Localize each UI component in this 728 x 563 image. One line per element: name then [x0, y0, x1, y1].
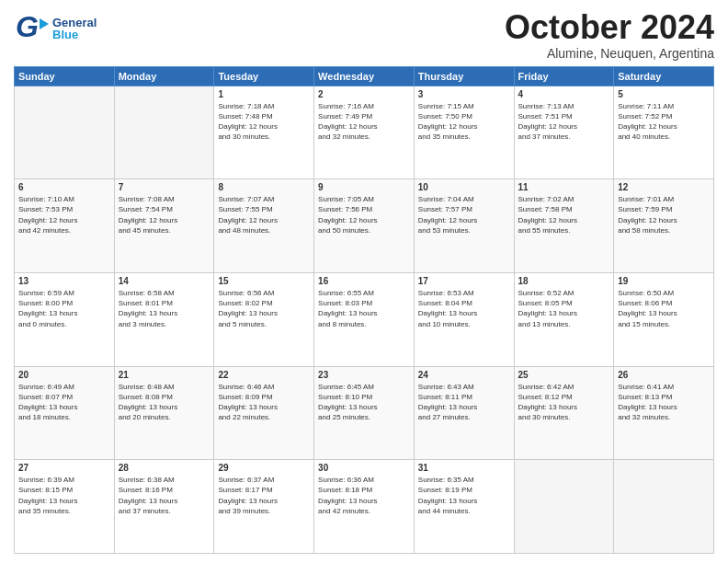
table-row: 30Sunrise: 6:36 AM Sunset: 8:18 PM Dayli… — [314, 460, 415, 554]
table-row: 23Sunrise: 6:45 AM Sunset: 8:10 PM Dayli… — [314, 366, 415, 460]
day-details: Sunrise: 7:18 AM Sunset: 7:48 PM Dayligh… — [218, 101, 310, 143]
table-row: 9Sunrise: 7:05 AM Sunset: 7:56 PM Daylig… — [314, 179, 415, 273]
day-number: 19 — [618, 276, 710, 286]
day-details: Sunrise: 7:16 AM Sunset: 7:49 PM Dayligh… — [318, 101, 410, 143]
day-details: Sunrise: 7:01 AM Sunset: 7:59 PM Dayligh… — [618, 194, 710, 236]
day-details: Sunrise: 6:50 AM Sunset: 8:06 PM Dayligh… — [618, 288, 710, 329]
day-number: 31 — [418, 463, 510, 473]
weekday-header-row: Sunday Monday Tuesday Wednesday Thursday… — [15, 66, 714, 86]
header-sunday: Sunday — [15, 66, 115, 86]
day-number: 16 — [318, 276, 410, 286]
day-details: Sunrise: 6:43 AM Sunset: 8:11 PM Dayligh… — [418, 382, 510, 423]
day-number: 28 — [119, 463, 210, 473]
table-row: 24Sunrise: 6:43 AM Sunset: 8:11 PM Dayli… — [414, 366, 514, 460]
table-row — [114, 86, 214, 179]
header-wednesday: Wednesday — [314, 66, 415, 86]
svg-text:G: G — [16, 10, 39, 43]
day-number: 8 — [218, 182, 310, 192]
table-row: 8Sunrise: 7:07 AM Sunset: 7:55 PM Daylig… — [214, 179, 314, 273]
month-title: October 2024 — [505, 9, 714, 46]
table-row: 20Sunrise: 6:49 AM Sunset: 8:07 PM Dayli… — [15, 366, 115, 460]
logo-blue: Blue — [52, 29, 97, 40]
day-number: 18 — [518, 276, 610, 286]
day-number: 13 — [18, 276, 110, 286]
day-number: 30 — [318, 463, 410, 473]
day-number: 29 — [218, 463, 310, 473]
day-details: Sunrise: 6:45 AM Sunset: 8:10 PM Dayligh… — [318, 382, 410, 423]
day-details: Sunrise: 7:13 AM Sunset: 7:51 PM Dayligh… — [518, 101, 610, 143]
table-row: 13Sunrise: 6:59 AM Sunset: 8:00 PM Dayli… — [15, 272, 115, 366]
logo-g-letter: G — [14, 9, 49, 48]
day-details: Sunrise: 6:52 AM Sunset: 8:05 PM Dayligh… — [518, 288, 610, 329]
day-number: 22 — [218, 370, 310, 380]
table-row: 28Sunrise: 6:38 AM Sunset: 8:16 PM Dayli… — [114, 460, 214, 554]
page: G General Blue October 2024 Alumine, Neu… — [0, 0, 728, 563]
day-number: 25 — [518, 370, 610, 380]
day-details: Sunrise: 7:10 AM Sunset: 7:53 PM Dayligh… — [18, 194, 110, 236]
table-row: 3Sunrise: 7:15 AM Sunset: 7:50 PM Daylig… — [414, 86, 514, 179]
day-details: Sunrise: 7:02 AM Sunset: 7:58 PM Dayligh… — [518, 194, 610, 236]
day-details: Sunrise: 6:38 AM Sunset: 8:16 PM Dayligh… — [119, 475, 210, 516]
day-details: Sunrise: 7:05 AM Sunset: 7:56 PM Dayligh… — [318, 194, 410, 236]
table-row — [514, 460, 614, 554]
day-details: Sunrise: 6:49 AM Sunset: 8:07 PM Dayligh… — [18, 382, 110, 423]
header-saturday: Saturday — [614, 66, 714, 86]
day-details: Sunrise: 6:53 AM Sunset: 8:04 PM Dayligh… — [418, 288, 510, 329]
calendar-table: Sunday Monday Tuesday Wednesday Thursday… — [14, 66, 714, 554]
day-details: Sunrise: 7:11 AM Sunset: 7:52 PM Dayligh… — [618, 101, 710, 143]
day-details: Sunrise: 6:59 AM Sunset: 8:00 PM Dayligh… — [18, 288, 110, 329]
day-number: 12 — [618, 182, 710, 192]
day-number: 17 — [418, 276, 510, 286]
logo: G General Blue — [14, 9, 97, 48]
table-row: 19Sunrise: 6:50 AM Sunset: 8:06 PM Dayli… — [614, 272, 714, 366]
svg-marker-1 — [40, 18, 49, 29]
day-details: Sunrise: 7:15 AM Sunset: 7:50 PM Dayligh… — [418, 101, 510, 143]
header-friday: Friday — [514, 66, 614, 86]
logo-text-group: General Blue — [52, 17, 97, 40]
table-row — [614, 460, 714, 554]
day-number: 7 — [119, 182, 210, 192]
header: G General Blue October 2024 Alumine, Neu… — [14, 9, 714, 61]
day-details: Sunrise: 7:08 AM Sunset: 7:54 PM Dayligh… — [119, 194, 210, 236]
day-details: Sunrise: 6:37 AM Sunset: 8:17 PM Dayligh… — [218, 475, 310, 516]
day-details: Sunrise: 6:48 AM Sunset: 8:08 PM Dayligh… — [119, 382, 210, 423]
day-details: Sunrise: 6:35 AM Sunset: 8:19 PM Dayligh… — [418, 475, 510, 516]
day-number: 6 — [18, 182, 110, 192]
table-row — [15, 86, 115, 179]
header-tuesday: Tuesday — [214, 66, 314, 86]
day-details: Sunrise: 6:55 AM Sunset: 8:03 PM Dayligh… — [318, 288, 410, 329]
day-number: 10 — [418, 182, 510, 192]
day-details: Sunrise: 7:07 AM Sunset: 7:55 PM Dayligh… — [218, 194, 310, 236]
day-details: Sunrise: 6:41 AM Sunset: 8:13 PM Dayligh… — [618, 382, 710, 423]
table-row: 11Sunrise: 7:02 AM Sunset: 7:58 PM Dayli… — [514, 179, 614, 273]
calendar-week-row: 27Sunrise: 6:39 AM Sunset: 8:15 PM Dayli… — [15, 460, 714, 554]
table-row: 21Sunrise: 6:48 AM Sunset: 8:08 PM Dayli… — [114, 366, 214, 460]
day-number: 27 — [18, 463, 110, 473]
table-row: 31Sunrise: 6:35 AM Sunset: 8:19 PM Dayli… — [414, 460, 514, 554]
day-details: Sunrise: 6:46 AM Sunset: 8:09 PM Dayligh… — [218, 382, 310, 423]
header-thursday: Thursday — [414, 66, 514, 86]
day-number: 24 — [418, 370, 510, 380]
day-number: 21 — [119, 370, 210, 380]
day-details: Sunrise: 6:56 AM Sunset: 8:02 PM Dayligh… — [218, 288, 310, 329]
day-details: Sunrise: 6:39 AM Sunset: 8:15 PM Dayligh… — [18, 475, 110, 516]
day-details: Sunrise: 7:04 AM Sunset: 7:57 PM Dayligh… — [418, 194, 510, 236]
table-row: 18Sunrise: 6:52 AM Sunset: 8:05 PM Dayli… — [514, 272, 614, 366]
calendar-week-row: 20Sunrise: 6:49 AM Sunset: 8:07 PM Dayli… — [15, 366, 714, 460]
table-row: 26Sunrise: 6:41 AM Sunset: 8:13 PM Dayli… — [614, 366, 714, 460]
table-row: 10Sunrise: 7:04 AM Sunset: 7:57 PM Dayli… — [414, 179, 514, 273]
table-row: 22Sunrise: 6:46 AM Sunset: 8:09 PM Dayli… — [214, 366, 314, 460]
calendar-week-row: 13Sunrise: 6:59 AM Sunset: 8:00 PM Dayli… — [15, 272, 714, 366]
day-number: 20 — [18, 370, 110, 380]
day-number: 23 — [318, 370, 410, 380]
table-row: 7Sunrise: 7:08 AM Sunset: 7:54 PM Daylig… — [114, 179, 214, 273]
table-row: 29Sunrise: 6:37 AM Sunset: 8:17 PM Dayli… — [214, 460, 314, 554]
day-details: Sunrise: 6:36 AM Sunset: 8:18 PM Dayligh… — [318, 475, 410, 516]
table-row: 5Sunrise: 7:11 AM Sunset: 7:52 PM Daylig… — [614, 86, 714, 179]
day-number: 14 — [119, 276, 210, 286]
table-row: 17Sunrise: 6:53 AM Sunset: 8:04 PM Dayli… — [414, 272, 514, 366]
table-row: 25Sunrise: 6:42 AM Sunset: 8:12 PM Dayli… — [514, 366, 614, 460]
calendar-week-row: 1Sunrise: 7:18 AM Sunset: 7:48 PM Daylig… — [15, 86, 714, 179]
table-row: 15Sunrise: 6:56 AM Sunset: 8:02 PM Dayli… — [214, 272, 314, 366]
table-row: 6Sunrise: 7:10 AM Sunset: 7:53 PM Daylig… — [15, 179, 115, 273]
